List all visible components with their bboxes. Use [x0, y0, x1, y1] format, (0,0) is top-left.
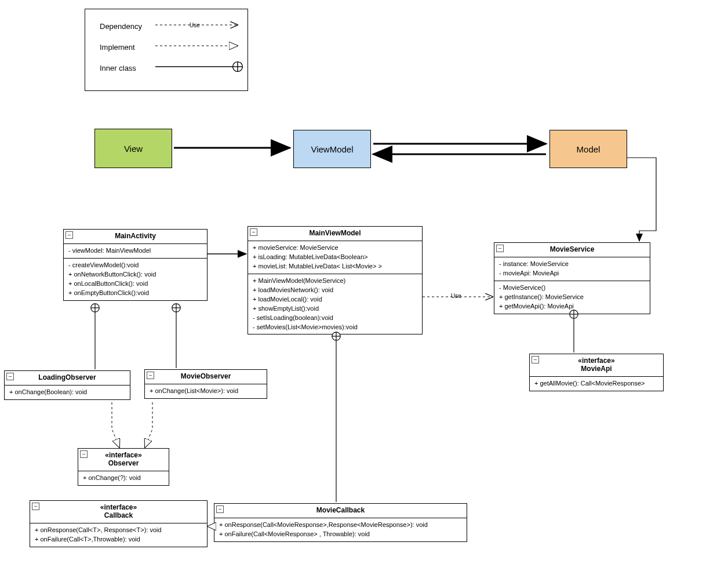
class-movieservice-attrs: - instance: MovieService - movieApi: Mov… [494, 257, 650, 281]
class-moviecallback-ops: + onResponse(Call<MovieResponse>,Respons… [214, 518, 467, 541]
mvvm-view-label: View [124, 144, 143, 154]
class-movieapi-name: MovieApi [581, 365, 611, 373]
class-movieservice-name: MovieService [550, 245, 595, 253]
mvvm-viewmodel-box: ViewModel [293, 130, 371, 168]
class-loadingobserver-ops: + onChange(Boolean): void [5, 385, 130, 399]
arrow-model-to-service [627, 158, 656, 241]
class-movieobserver-name: MovieObserver [181, 372, 231, 380]
collapse-icon[interactable]: – [147, 372, 154, 379]
class-movieapi: – «interface» MovieApi + getAllMovie(): … [529, 354, 664, 391]
legend-dependency: Dependency [100, 22, 142, 31]
legend-implement: Implement [100, 43, 135, 52]
collapse-icon[interactable]: – [80, 450, 88, 458]
legend-box: Dependency Implement Inner class [85, 9, 248, 91]
class-movieobserver: – MovieObserver + onChange(List<Movie>):… [144, 369, 267, 399]
collapse-icon[interactable]: – [6, 373, 14, 380]
class-callback-ops: + onResponse(Call<T>, Response<T>): void… [30, 523, 207, 547]
class-observer-ops: + onChange(?): void [78, 471, 169, 485]
collapse-icon[interactable]: – [65, 231, 73, 239]
legend-use-label: Use [188, 22, 201, 28]
class-mainviewmodel-ops: + MainViewModel(MovieService) + loadMovi… [248, 274, 422, 334]
class-mainactivity-attrs: - viewModel: MainViewModel [64, 244, 207, 259]
class-movieapi-stereo: «interface» [578, 357, 614, 365]
mvvm-viewmodel-label: ViewModel [311, 144, 353, 154]
legend-implement-label: Implement [100, 43, 135, 52]
impl-loading-observer [112, 402, 119, 448]
class-observer-stereo: «interface» [105, 451, 141, 459]
collapse-icon[interactable]: – [496, 245, 504, 252]
mvvm-model-box: Model [549, 130, 627, 168]
class-movieobserver-ops: + onChange(List<Movie>): void [145, 384, 267, 398]
class-loadingobserver: – LoadingObserver + onChange(Boolean): v… [4, 370, 130, 400]
class-mainactivity-name: MainActivity [115, 232, 156, 240]
legend-innerclass-label: Inner class [100, 64, 136, 72]
class-mainactivity-ops: - createViewModel():void + onNetworkButt… [64, 259, 207, 300]
class-movieapi-ops: + getAllMovie(): Call<MovieResponse> [530, 377, 663, 391]
legend-dependency-label: Dependency [100, 22, 142, 31]
use-label-vm-service: Use [450, 293, 463, 299]
class-callback: – «interface» Callback + onResponse(Call… [30, 500, 208, 547]
class-moviecallback: – MovieCallback + onResponse(Call<MovieR… [214, 503, 467, 542]
class-loadingobserver-name: LoadingObserver [38, 373, 96, 381]
collapse-icon[interactable]: – [250, 228, 257, 236]
collapse-icon[interactable]: – [532, 356, 539, 363]
mvvm-view-box: View [94, 129, 172, 168]
class-moviecallback-name: MovieCallback [316, 506, 365, 514]
impl-movie-observer [145, 402, 152, 448]
class-mainviewmodel-name: MainViewModel [309, 229, 361, 237]
class-movieservice-ops: - MovieService() + getInstance(): MovieS… [494, 281, 650, 314]
collapse-icon[interactable]: – [216, 505, 224, 513]
legend-innerclass: Inner class [100, 64, 136, 72]
class-callback-stereo: «interface» [100, 503, 137, 511]
collapse-icon[interactable]: – [32, 503, 39, 510]
class-callback-name: Callback [104, 511, 133, 519]
class-observer: – «interface» Observer + onChange(?): vo… [78, 448, 169, 486]
mvvm-model-label: Model [577, 144, 600, 154]
class-observer-name: Observer [108, 459, 139, 467]
class-mainactivity: – MainActivity - viewModel: MainViewMode… [63, 229, 208, 301]
class-movieservice: – MovieService - instance: MovieService … [494, 242, 650, 314]
class-mainviewmodel-attrs: + movieService: MovieService + isLoading… [248, 241, 422, 274]
class-mainviewmodel: – MainViewModel + movieService: MovieSer… [247, 226, 423, 334]
